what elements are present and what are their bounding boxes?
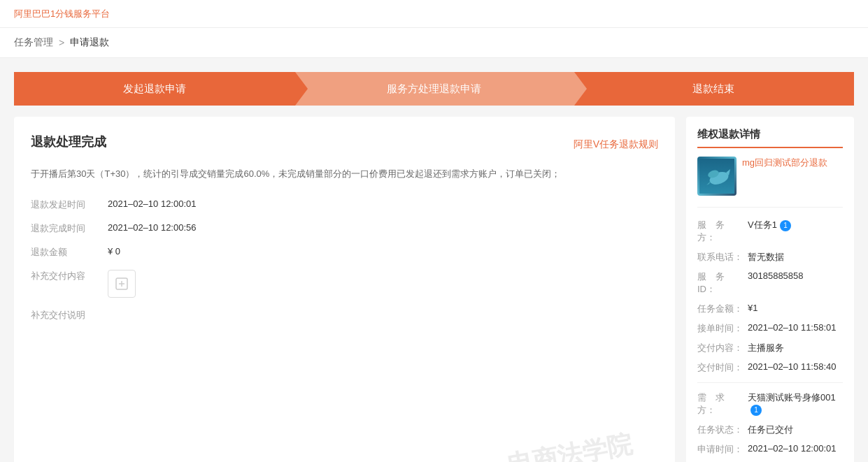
value-supplement-note xyxy=(108,309,658,322)
detail-contact-phone: 联系电话： 暂无数据 xyxy=(697,251,843,264)
detail-delivery-content: 交付内容： 主播服务 xyxy=(697,342,843,354)
detail-demander: 需 求 方： 天猫测试账号身修0011 xyxy=(697,391,843,417)
task-name-link[interactable]: mg回归测试部分退款 xyxy=(742,157,827,169)
progress-bar: 发起退款申请 服务方处理退款申请 退款结束 xyxy=(14,72,854,106)
breadcrumb-parent[interactable]: 任务管理 xyxy=(14,36,53,49)
progress-step-2-label: 服务方处理退款申请 xyxy=(387,82,481,96)
breadcrumb: 任务管理 > 申请退款 xyxy=(0,28,868,58)
info-row-supplement-note: 补充交付说明 xyxy=(31,309,658,322)
top-bar: 阿里巴巴1分钱服务平台 xyxy=(0,0,868,28)
file-upload-area[interactable] xyxy=(108,270,136,298)
progress-step-2: 服务方处理退款申请 xyxy=(294,72,575,106)
demander-badge: 1 xyxy=(750,405,762,416)
task-image xyxy=(697,157,737,196)
detail-service-provider: 服 务 方： V任务11 xyxy=(697,219,843,244)
watermark: 电商法学院 xyxy=(505,428,635,462)
label-service-provider: 服 务 方： xyxy=(697,219,748,244)
refund-title: 退款处理完成 xyxy=(31,133,106,150)
value-task-amount: ¥1 xyxy=(748,303,843,315)
value-service-id: 30185885858 xyxy=(748,270,843,296)
value-service-provider: V任务11 xyxy=(748,219,843,244)
info-row-amount: 退款金额 ¥ 0 xyxy=(31,246,658,259)
value-amount: ¥ 0 xyxy=(108,246,658,259)
value-contact-phone: 暂无数据 xyxy=(748,251,843,264)
refund-description: 于开播后第30天（T+30），统计的引导成交销量完成60.0%，未完成销量部分的… xyxy=(31,167,658,182)
right-panel: 维权退款详情 xyxy=(686,117,854,462)
detail-task-amount: 任务金额： ¥1 xyxy=(697,303,843,315)
label-apply-time: 申请时间： xyxy=(697,443,748,456)
progress-step-1-label: 发起退款申请 xyxy=(123,82,186,96)
value-demander: 天猫测试账号身修0011 xyxy=(748,391,843,417)
right-panel-title: 维权退款详情 xyxy=(697,128,843,148)
info-row-start-time: 退款发起时间 2021–02–10 12:00:01 xyxy=(31,198,658,211)
value-end-time: 2021–02–10 12:00:56 xyxy=(108,222,658,235)
label-start-time: 退款发起时间 xyxy=(31,198,108,211)
value-delivery-content: 主播服务 xyxy=(748,342,843,354)
value-receive-time: 2021–02–10 11:58:01 xyxy=(748,322,843,335)
task-card: mg回归测试部分退款 xyxy=(697,157,843,208)
label-end-time: 退款完成时间 xyxy=(31,222,108,235)
value-apply-time: 2021–02–10 12:00:01 xyxy=(748,443,843,456)
label-demander: 需 求 方： xyxy=(697,391,748,417)
main-content: 退款处理完成 阿里V任务退款规则 于开播后第30天（T+30），统计的引导成交销… xyxy=(14,117,854,462)
label-delivery-time: 交付时间： xyxy=(697,361,748,374)
value-start-time: 2021–02–10 12:00:01 xyxy=(108,198,658,211)
value-task-status: 任务已交付 xyxy=(748,424,843,436)
detail-apply-time: 申请时间： 2021–02–10 12:00:01 xyxy=(697,443,843,456)
label-supplement-content: 补充交付内容 xyxy=(31,270,108,298)
detail-service-id: 服 务 ID： 30185885858 xyxy=(697,270,843,296)
progress-step-1: 发起退款申请 xyxy=(14,72,295,106)
info-row-end-time: 退款完成时间 2021–02–10 12:00:56 xyxy=(31,222,658,235)
refund-header: 退款处理完成 阿里V任务退款规则 xyxy=(31,133,658,156)
progress-step-3-label: 退款结束 xyxy=(692,82,734,96)
label-amount: 退款金额 xyxy=(31,246,108,259)
label-task-status: 任务状态： xyxy=(697,424,748,436)
detail-task-status: 任务状态： 任务已交付 xyxy=(697,424,843,436)
logo-text: 阿里巴巴1分钱服务平台 xyxy=(14,8,110,20)
label-supplement-note: 补充交付说明 xyxy=(31,309,108,322)
detail-delivery-time: 交付时间： 2021–02–10 11:58:40 xyxy=(697,361,843,374)
progress-step-3: 退款结束 xyxy=(573,72,854,106)
info-row-supplement-content: 补充交付内容 xyxy=(31,270,658,298)
label-service-id: 服 务 ID： xyxy=(697,270,748,296)
label-contact-phone: 联系电话： xyxy=(697,251,748,264)
refund-rule-link[interactable]: 阿里V任务退款规则 xyxy=(574,138,658,151)
label-receive-time: 接单时间： xyxy=(697,322,748,335)
service-provider-badge: 1 xyxy=(780,220,791,231)
section-divider xyxy=(697,382,843,383)
breadcrumb-current: 申请退款 xyxy=(70,36,109,49)
left-panel: 退款处理完成 阿里V任务退款规则 于开播后第30天（T+30），统计的引导成交销… xyxy=(14,117,675,462)
value-delivery-time: 2021–02–10 11:58:40 xyxy=(748,361,843,374)
label-delivery-content: 交付内容： xyxy=(697,342,748,354)
detail-receive-time: 接单时间： 2021–02–10 11:58:01 xyxy=(697,322,843,335)
value-supplement-content xyxy=(108,270,658,298)
label-task-amount: 任务金额： xyxy=(697,303,748,315)
breadcrumb-separator: > xyxy=(59,37,64,48)
